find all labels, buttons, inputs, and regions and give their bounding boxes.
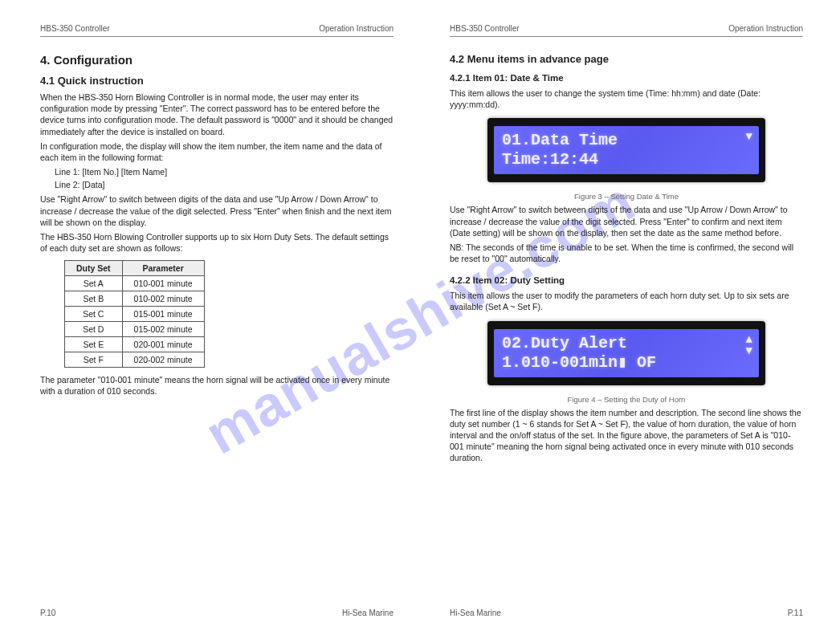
table-row: Set A010-001 minute (65, 276, 205, 291)
figure-caption: Figure 4 – Setting the Duty of Horn (450, 395, 803, 404)
cell: 015-002 minute (122, 322, 204, 337)
page-footer-left: P.10 Hi-Sea Marine (40, 609, 393, 617)
lcd-screen: ▼ 01.Data Time Time:12:44 (494, 126, 759, 174)
lcd-line2: 1.010-001min▮ OF (502, 353, 751, 372)
table-row: Set D015-002 minute (65, 322, 205, 337)
header-title: HBS-350 Controller (40, 24, 110, 33)
section-4-2-2-heading: 4.2.2 Item 02: Duty Setting (450, 275, 803, 285)
lcd-screen: ▲▼ 02.Duty Alert 1.010-001min▮ OF (494, 329, 759, 377)
cell: 010-001 minute (122, 276, 204, 291)
lcd-photo-datetime: ▼ 01.Data Time Time:12:44 (487, 118, 765, 182)
cell: 010-002 minute (122, 291, 204, 307)
footer-brand: Hi-Sea Marine (342, 609, 393, 617)
format-line1: Line 1: [Item No.] [Item Name] (55, 166, 393, 177)
cell: Set B (65, 291, 123, 307)
paragraph: The HBS-350 Horn Blowing Controller supp… (40, 231, 393, 254)
table-head: Duty Set (65, 261, 123, 276)
page-number: P.10 (40, 609, 55, 617)
cell: 020-001 minute (122, 337, 204, 352)
paragraph: This item allows the user to modify the … (450, 290, 803, 312)
paragraph: Use "Right Arrow" to switch between digi… (40, 193, 393, 228)
cell: Set F (65, 352, 123, 368)
page-left: HBS-350 Controller Operation Instruction… (40, 24, 393, 401)
paragraph: This item allows the user to change the … (450, 88, 803, 110)
header-title: HBS-350 Controller (450, 24, 520, 33)
lcd-line2: Time:12:44 (502, 150, 751, 169)
paragraph: The first line of the display shows the … (450, 407, 803, 464)
table-row: Set B010-002 minute (65, 291, 205, 307)
cell: Set C (65, 307, 123, 322)
header-subtitle: Operation Instruction (728, 24, 803, 33)
duty-set-table: Duty Set Parameter Set A010-001 minute S… (64, 260, 205, 368)
table-row: Set F020-002 minute (65, 352, 205, 368)
section-4-2-1-heading: 4.2.1 Item 01: Date & Time (450, 73, 803, 83)
cell: Set D (65, 322, 123, 337)
page-header-left: HBS-350 Controller Operation Instruction (40, 24, 393, 37)
header-subtitle: Operation Instruction (319, 24, 393, 33)
lcd-line1: 02.Duty Alert (502, 334, 751, 353)
note: NB: The seconds of the time is unable to… (450, 242, 803, 264)
up-down-arrow-icon: ▲▼ (746, 334, 752, 356)
paragraph: In configuration mode, the display will … (40, 140, 393, 163)
format-line2: Line 2: [Data] (55, 179, 393, 190)
triangle-down-icon: ▼ (746, 131, 752, 142)
page-footer-right: Hi-Sea Marine P.11 (450, 609, 803, 617)
cell: Set E (65, 337, 123, 352)
section-4-1-heading: 4.1 Quick instruction (40, 75, 393, 87)
page-right: HBS-350 Controller Operation Instruction… (450, 24, 803, 466)
figure-caption: Figure 3 – Setting Date & Time (450, 192, 803, 201)
cell: 015-001 minute (122, 307, 204, 322)
section-4-2-heading: 4.2 Menu items in advance page (450, 53, 803, 65)
page-header-right: HBS-350 Controller Operation Instruction (450, 24, 803, 37)
cell: Set A (65, 276, 123, 291)
table-head: Parameter (122, 261, 204, 276)
lcd-line1: 01.Data Time (502, 131, 751, 150)
page-number: P.11 (788, 609, 803, 617)
cell: 020-002 minute (122, 352, 204, 368)
table-row: Set C015-001 minute (65, 307, 205, 322)
paragraph: The parameter "010-001 minute" means the… (40, 374, 393, 397)
table-row: Set E020-001 minute (65, 337, 205, 352)
paragraph: When the HBS-350 Horn Blowing Controller… (40, 92, 393, 137)
footer-brand: Hi-Sea Marine (450, 609, 501, 617)
paragraph: Use "Right Arrow" to switch between digi… (450, 204, 803, 238)
section-4-heading: 4. Configuration (40, 53, 393, 67)
lcd-photo-duty: ▲▼ 02.Duty Alert 1.010-001min▮ OF (487, 321, 765, 385)
